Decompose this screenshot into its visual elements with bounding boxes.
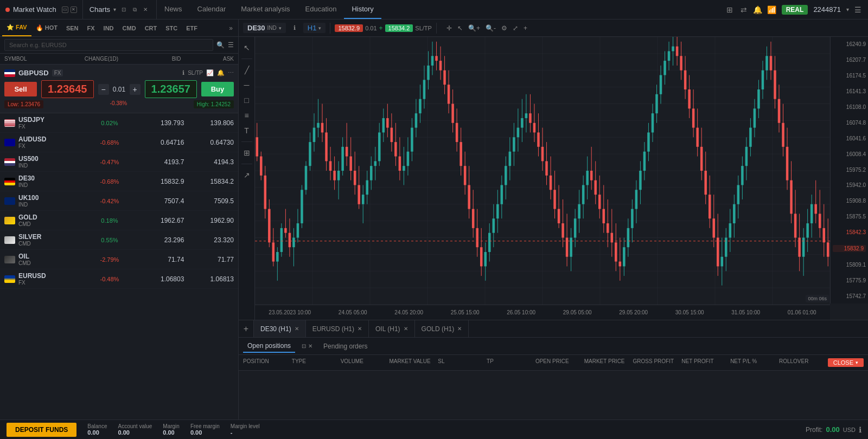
- line-tool[interactable]: ╱: [242, 63, 251, 76]
- wifi-icon[interactable]: 📶: [768, 5, 776, 14]
- more-icon[interactable]: ⋯: [228, 69, 234, 76]
- bell-icon-featured[interactable]: 🔔: [217, 69, 225, 76]
- close-all-dropdown-icon[interactable]: ▾: [856, 360, 858, 365]
- chart-tab-close-icon[interactable]: ✕: [295, 326, 299, 332]
- time-axis: 23.05.2023 10:00 24.05 05:00 24.05 20:00…: [255, 305, 830, 320]
- cat-more-icon[interactable]: »: [226, 24, 236, 32]
- buy-button[interactable]: Buy: [201, 82, 234, 96]
- cat-tab-hot[interactable]: 🔥 HOT: [31, 20, 62, 36]
- account-dropdown-icon[interactable]: ▾: [846, 7, 849, 12]
- chart-tab-gold[interactable]: GOLD (H1) ✕: [415, 320, 469, 337]
- time-label: 25.05 15:00: [451, 309, 480, 315]
- sym-cat: IND: [18, 202, 85, 208]
- chart-icon[interactable]: 📈: [206, 69, 214, 76]
- sym-change: -0.68%: [85, 139, 135, 146]
- text-tool[interactable]: T: [242, 124, 251, 137]
- zoom-in-tool[interactable]: 🔍+: [467, 23, 481, 33]
- cat-tab-ind[interactable]: IND: [99, 20, 118, 36]
- list-item[interactable]: US500 IND -0.47% 4193.7 4194.3: [0, 152, 238, 172]
- chart-tab-close-icon[interactable]: ✕: [457, 326, 462, 332]
- sell-button[interactable]: Sell: [4, 82, 37, 96]
- positions-close-icon[interactable]: ✕: [308, 343, 312, 349]
- list-icon[interactable]: ☰: [228, 41, 234, 49]
- cat-tab-fx[interactable]: FX: [83, 20, 99, 36]
- pos-col-position: POSITION: [243, 358, 292, 367]
- search-input[interactable]: [4, 39, 213, 51]
- tab-education[interactable]: Education: [298, 0, 344, 19]
- list-item[interactable]: AUDUSD FX -0.68% 0.64716 0.64730: [0, 133, 238, 152]
- cursor-tool[interactable]: ↖: [241, 41, 252, 54]
- rect-tool[interactable]: □: [242, 94, 251, 107]
- settings-tool[interactable]: ⚙: [500, 23, 508, 33]
- hamburger-menu-icon[interactable]: ☰: [854, 5, 861, 14]
- sym-cat: IND: [18, 163, 85, 169]
- list-item[interactable]: UK100 IND -0.42% 7507.4 7509.5: [0, 191, 238, 211]
- tab-news[interactable]: News: [157, 0, 190, 19]
- qty-increase-btn[interactable]: +: [130, 84, 141, 95]
- sym-change: 0.18%: [85, 217, 135, 224]
- oil-flag: [4, 256, 15, 263]
- list-item[interactable]: GOLD CMD 0.18% 1962.67 1962.90: [0, 211, 238, 230]
- crosshair-tool[interactable]: ✛: [445, 23, 453, 33]
- minimize-btn[interactable]: ▭: [62, 7, 68, 13]
- fullscreen-tool[interactable]: ⤢: [512, 23, 519, 33]
- list-item[interactable]: DE30 IND -0.68% 15832.9 15834.2: [0, 172, 238, 191]
- cat-tab-cmd[interactable]: CMD: [118, 20, 141, 36]
- tf-selector[interactable]: H1 ▾: [303, 23, 326, 33]
- list-item[interactable]: SILVER CMD 0.55% 23.296 23.320: [0, 230, 238, 250]
- info-icon[interactable]: ℹ: [182, 69, 184, 76]
- cat-tab-crt[interactable]: CRT: [141, 20, 162, 36]
- fib-tool[interactable]: ≡: [242, 109, 251, 122]
- trade-tool[interactable]: ⊞: [241, 146, 252, 159]
- chart-tab-close-icon[interactable]: ✕: [404, 326, 408, 332]
- zoom-out-tool[interactable]: 🔍-: [484, 23, 497, 33]
- tab-pending-orders[interactable]: Pending orders: [319, 340, 372, 352]
- chart-tab-oil[interactable]: OIL (H1) ✕: [369, 320, 415, 337]
- close-all-button[interactable]: CLOSE ▾: [828, 358, 864, 367]
- list-item[interactable]: OIL CMD -2.79% 71.74 71.77: [0, 250, 238, 269]
- profit-info-icon[interactable]: ℹ: [859, 425, 861, 434]
- pointer-tool[interactable]: ↖: [456, 23, 464, 33]
- status-account-value: Account value 0.00: [118, 423, 152, 436]
- sym-cat: CMD: [18, 221, 85, 227]
- cat-tab-etf[interactable]: ETF: [182, 20, 202, 36]
- tab-market-analysis[interactable]: Market analysis: [233, 0, 297, 19]
- charts-tile-icon[interactable]: ⊡: [119, 5, 128, 14]
- price-red-box: 15832.9: [335, 24, 363, 32]
- positions-minimize-icon[interactable]: ⊡: [302, 343, 306, 349]
- cat-tab-sen[interactable]: SEN: [62, 20, 83, 36]
- account-number: 2244871: [813, 5, 841, 14]
- bell-icon[interactable]: 🔔: [754, 5, 762, 14]
- indicator-btn[interactable]: ℹ: [290, 23, 299, 33]
- chart-symbol-selector[interactable]: DE30 IND ▾: [243, 23, 286, 33]
- chart-tab-de30[interactable]: DE30 (H1) ✕: [254, 320, 306, 337]
- charts-dropdown-icon[interactable]: ▾: [113, 7, 116, 12]
- cat-tab-fav[interactable]: ⭐ FAV: [2, 20, 31, 36]
- monitor-icon[interactable]: ⊞: [725, 5, 734, 14]
- symbol-list: USDJPY FX 0.02% 139.793 139.806 AUDUSD F…: [0, 113, 238, 419]
- chart-canvas: [255, 37, 830, 305]
- search-icon[interactable]: 🔍: [216, 41, 225, 49]
- chart-tab-close-icon[interactable]: ✕: [358, 326, 362, 332]
- tab-history[interactable]: History: [344, 0, 381, 19]
- tab-calendar[interactable]: Calendar: [190, 0, 234, 19]
- market-watch-panel-title: Market Watch ▭ ✕: [0, 0, 83, 19]
- deposit-funds-button[interactable]: DEPOSIT FUNDS: [7, 423, 76, 437]
- price-label: 15908.8: [833, 198, 866, 204]
- list-item[interactable]: EURUSD FX -0.48% 1.06803 1.06813: [0, 269, 238, 289]
- bottom-tabs: Open positions ⊡ ✕ Pending orders: [239, 337, 868, 354]
- close-btn[interactable]: ✕: [71, 7, 77, 13]
- qty-decrease-btn[interactable]: −: [98, 84, 109, 95]
- share-tool[interactable]: ↗: [241, 169, 252, 182]
- chart-tab-add-btn[interactable]: +: [239, 320, 254, 337]
- list-item[interactable]: USDJPY FX 0.02% 139.793 139.806: [0, 113, 238, 133]
- charts-close-icon[interactable]: ✕: [141, 5, 150, 14]
- charts-pop-icon[interactable]: ⧉: [130, 5, 139, 14]
- add-tool[interactable]: +: [522, 23, 528, 33]
- tab-open-positions[interactable]: Open positions: [243, 340, 295, 353]
- arrow-icon[interactable]: ⇄: [739, 5, 748, 14]
- eurusd-flag: [4, 275, 15, 283]
- hline-tool[interactable]: ─: [242, 79, 252, 92]
- chart-tab-eurusd[interactable]: EURUSD (H1) ✕: [306, 320, 369, 337]
- cat-tab-stc[interactable]: STC: [161, 20, 182, 36]
